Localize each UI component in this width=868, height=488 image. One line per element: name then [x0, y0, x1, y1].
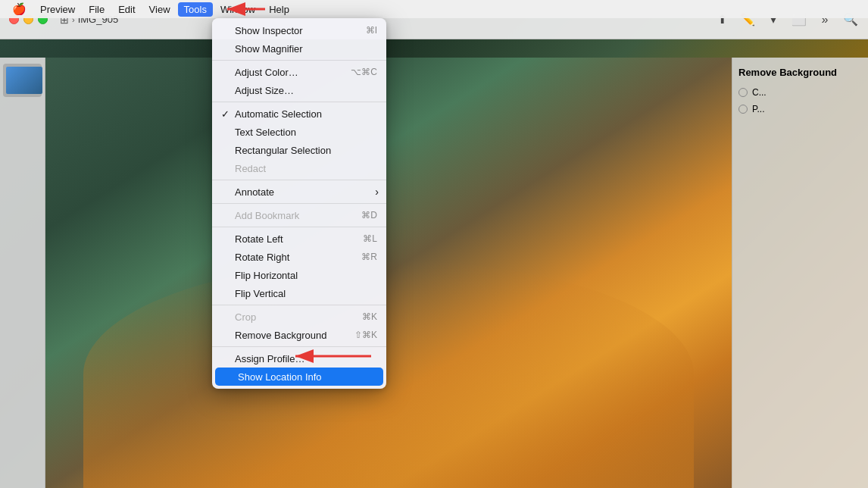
adjust-color-label: Adjust Color… [235, 67, 345, 78]
menu-item-add-bookmark: Add Bookmark ⌘D [212, 206, 386, 224]
menu-item-rotate-right[interactable]: Rotate Right ⌘R [212, 248, 386, 266]
menu-item-show-inspector[interactable]: Show Inspector ⌘I [212, 21, 386, 39]
checkmark-automatic-selection: ✓ [221, 108, 233, 120]
adjust-size-label: Adjust Size… [235, 85, 371, 96]
crop-shortcut: ⌘K [362, 311, 377, 322]
remove-background-shortcut: ⇧⌘K [354, 330, 377, 340]
menu-item-redact: Redact [212, 159, 386, 177]
crop-label: Crop [235, 311, 356, 323]
apple-menu[interactable]: 🍎 [6, 1, 33, 17]
rotate-left-label: Rotate Left [235, 233, 357, 245]
menu-item-flip-vertical[interactable]: Flip Vertical [212, 284, 386, 302]
menubar-file[interactable]: File [83, 2, 111, 17]
menu-item-adjust-size[interactable]: Adjust Size… [212, 81, 386, 99]
right-panel: Remove Background C... P... [732, 58, 868, 488]
menu-item-show-location-info[interactable]: Show Location Info [215, 368, 383, 386]
menu-item-assign-profile[interactable]: Assign Profile… [212, 349, 386, 368]
option-label-2: P... [752, 104, 764, 114]
menu-item-annotate[interactable]: Annotate [212, 183, 386, 201]
add-bookmark-label: Add Bookmark [235, 210, 355, 221]
rotate-right-shortcut: ⌘R [361, 252, 377, 262]
tools-dropdown-menu: Show Inspector ⌘I Show Magnifier Adjust … [212, 18, 386, 389]
menubar-tools[interactable]: Tools [178, 2, 213, 17]
menu-item-show-magnifier[interactable]: Show Magnifier [212, 39, 386, 58]
right-panel-option-1[interactable]: C... [738, 87, 862, 98]
flip-horizontal-label: Flip Horizontal [235, 270, 371, 281]
automatic-selection-label: Automatic Selection [235, 108, 371, 120]
menu-item-text-selection[interactable]: Text Selection [212, 123, 386, 141]
show-inspector-label: Show Inspector [235, 25, 360, 36]
sidebar [0, 58, 45, 488]
flip-vertical-label: Flip Vertical [235, 288, 371, 299]
main-content [45, 58, 732, 488]
option-label-1: C... [752, 87, 767, 98]
menubar-view[interactable]: View [143, 2, 176, 17]
separator-2 [212, 102, 386, 102]
thumbnail-image [6, 67, 42, 94]
rectangular-selection-label: Rectangular Selection [235, 145, 371, 156]
thumbnail-item[interactable] [3, 64, 42, 97]
separator-4 [212, 203, 386, 204]
separator-5 [212, 227, 386, 227]
show-magnifier-label: Show Magnifier [235, 43, 371, 55]
text-selection-label: Text Selection [235, 127, 371, 138]
rotate-right-label: Rotate Right [235, 252, 355, 263]
menubar-edit[interactable]: Edit [112, 2, 141, 17]
radio-button-1[interactable] [738, 88, 748, 97]
menu-item-rectangular-selection[interactable]: Rectangular Selection [212, 141, 386, 159]
menu-item-adjust-color[interactable]: Adjust Color… ⌥⌘C [212, 63, 386, 81]
radio-button-2[interactable] [738, 105, 748, 114]
candle-foreground [83, 261, 694, 488]
menu-item-automatic-selection[interactable]: ✓ Automatic Selection [212, 105, 386, 123]
menu-item-crop: Crop ⌘K [212, 308, 386, 326]
menu-item-flip-horizontal[interactable]: Flip Horizontal [212, 266, 386, 284]
rotate-left-shortcut: ⌘L [363, 233, 377, 244]
menubar-help[interactable]: Help [263, 2, 295, 17]
separator-3 [212, 180, 386, 180]
app-window: Remove Background C... P... [0, 18, 868, 488]
right-panel-option-2[interactable]: P... [738, 104, 862, 114]
remove-background-label: Remove Background [235, 330, 348, 341]
menu-item-remove-background[interactable]: Remove Background ⇧⌘K [212, 326, 386, 344]
menubar-preview[interactable]: Preview [34, 2, 81, 17]
show-location-info-label: Show Location Info [238, 371, 368, 383]
adjust-color-shortcut: ⌥⌘C [351, 67, 377, 77]
add-bookmark-shortcut: ⌘D [361, 210, 377, 221]
separator-6 [212, 305, 386, 305]
menu-item-rotate-left[interactable]: Rotate Left ⌘L [212, 230, 386, 248]
separator-7 [212, 346, 386, 347]
redact-label: Redact [235, 163, 371, 174]
show-inspector-shortcut: ⌘I [366, 25, 377, 36]
menubar-window[interactable]: Window [214, 2, 261, 17]
separator-1 [212, 60, 386, 61]
right-panel-title: Remove Background [738, 67, 862, 78]
assign-profile-label: Assign Profile… [235, 353, 371, 364]
annotate-label: Annotate [235, 186, 377, 198]
menubar: 🍎 Preview File Edit View Tools Window He… [0, 0, 868, 18]
